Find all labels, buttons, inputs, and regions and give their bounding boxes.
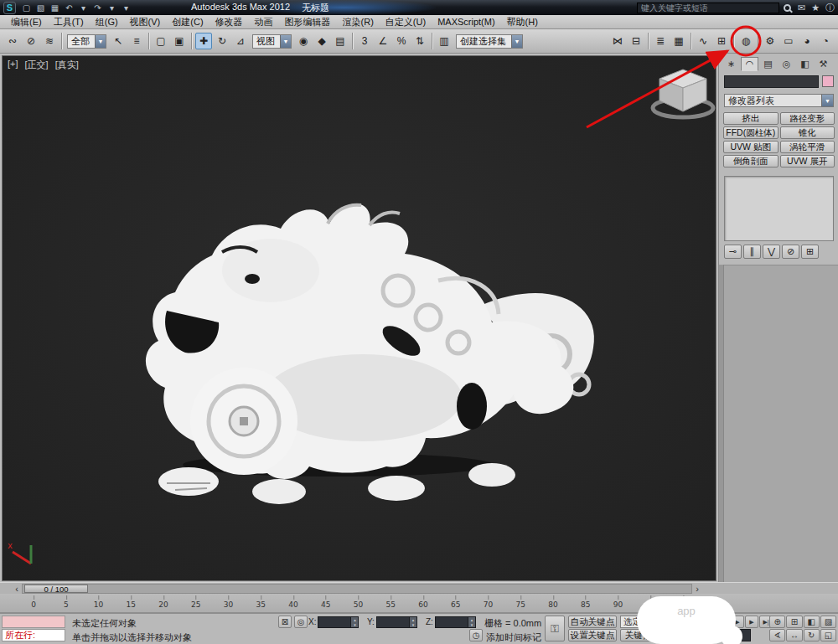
menu-item[interactable]: 组(G) — [90, 15, 124, 29]
panel-scrollbar[interactable] — [719, 265, 724, 582]
y-spinner[interactable]: ▴▾ — [410, 616, 417, 628]
menu-item[interactable]: 自定义(U) — [380, 15, 432, 29]
bind-to-space-warp-icon[interactable]: ≋ — [41, 33, 58, 49]
menu-item[interactable]: 工具(T) — [48, 15, 90, 29]
modifier-button[interactable]: UVW 展开 — [780, 155, 835, 167]
modifier-button[interactable]: 倒角剖面 — [723, 155, 779, 167]
workspace-caret-icon[interactable]: ▾ — [120, 2, 132, 14]
menu-item[interactable]: 创建(C) — [166, 15, 209, 29]
dropdown-arrow-icon[interactable]: ▼ — [511, 35, 522, 48]
maxscript-listener-output[interactable] — [2, 616, 65, 628]
select-and-rotate-icon[interactable]: ↻ — [214, 33, 230, 49]
menu-item[interactable]: 渲染(R) — [337, 15, 380, 29]
redo-icon[interactable]: ↷ — [91, 2, 104, 14]
info-center-icon[interactable]: ⓘ — [825, 2, 835, 14]
viewport[interactable]: x [+][正交][真实] — [2, 55, 716, 581]
open-file-icon[interactable]: ▧ — [34, 2, 47, 14]
undo-icon[interactable]: ↶ — [63, 2, 75, 14]
percent-snap-icon[interactable]: % — [393, 33, 410, 49]
make-unique-button[interactable]: ⋁ — [763, 245, 780, 259]
next-frame-icon[interactable]: ▶ — [745, 616, 758, 628]
display-tab[interactable]: ◧ — [796, 57, 814, 71]
save-file-icon[interactable]: ▦ — [49, 2, 61, 14]
next-frame-arrow[interactable]: › — [692, 584, 702, 594]
angle-snap-icon[interactable]: ∠ — [375, 33, 391, 49]
modifier-button[interactable]: FFD(圆柱体) — [723, 126, 779, 139]
pin-stack-button[interactable]: ⊸ — [724, 245, 742, 259]
render-iterative-icon[interactable]: ◔ — [817, 33, 834, 49]
mirror-icon[interactable]: ⋈ — [609, 33, 626, 49]
time-slider-track[interactable]: 0 / 100 — [22, 584, 692, 594]
modifier-button[interactable]: 涡轮平滑 — [780, 141, 835, 153]
pan-icon[interactable]: ↔ — [786, 629, 802, 641]
field-of-view-icon[interactable]: ∢ — [769, 629, 785, 641]
y-input[interactable] — [376, 616, 410, 628]
spinner-snap-icon[interactable]: ⇅ — [411, 33, 428, 49]
menu-item[interactable]: 视图(V) — [124, 15, 167, 29]
viewport-label[interactable]: [正交] — [25, 59, 49, 71]
edit-named-selection-sets-icon[interactable]: ▥ — [436, 33, 453, 49]
graphite-modeling-icon[interactable]: ▦ — [670, 33, 687, 49]
menu-item[interactable]: 帮助(H) — [501, 15, 544, 29]
undo-caret-icon[interactable]: ▾ — [77, 2, 90, 14]
time-tag-icon[interactable]: ◷ — [469, 629, 483, 641]
align-icon[interactable]: ⊟ — [628, 33, 644, 49]
material-editor-icon[interactable]: ◍ — [737, 33, 754, 49]
menu-item[interactable]: 动画 — [249, 15, 279, 29]
modifier-button[interactable]: 挤出 — [723, 112, 779, 125]
remove-modifier-button[interactable]: ⊘ — [782, 245, 799, 259]
select-and-link-icon[interactable]: ∾ — [4, 33, 21, 49]
x-input[interactable] — [318, 616, 351, 628]
select-and-scale-icon[interactable]: ⊿ — [232, 33, 249, 49]
select-and-manipulate-icon[interactable]: ◆ — [313, 33, 330, 49]
x-spinner[interactable]: ▴▾ — [351, 616, 359, 628]
absolute-offset-mode-icon[interactable]: ◎ — [294, 616, 308, 628]
communication-center-icon[interactable]: ✉ — [798, 3, 805, 13]
select-by-name-icon[interactable]: ≡ — [128, 33, 145, 49]
layer-manager-icon[interactable]: ≣ — [652, 33, 669, 49]
menu-item[interactable]: 修改器 — [210, 15, 249, 29]
redo-caret-icon[interactable]: ▾ — [106, 2, 118, 14]
rendered-frame-window-icon[interactable]: ▭ — [780, 33, 797, 49]
modifier-button[interactable]: 路径变形 — [780, 112, 835, 125]
zoom-region-icon[interactable]: ▨ — [820, 616, 836, 628]
set-key-button[interactable]: 设置关键点 — [568, 629, 617, 641]
add-time-tag[interactable]: 添加时间标记 — [486, 631, 541, 644]
selection-filter-dropdown[interactable]: 全部▼ — [67, 34, 106, 49]
maxscript-listener-input[interactable]: 所在行: — [2, 629, 65, 641]
object-color-swatch[interactable] — [822, 75, 834, 87]
motion-tab[interactable]: ◎ — [778, 57, 795, 71]
keyboard-shortcut-override-icon[interactable]: ▤ — [332, 33, 349, 49]
z-spinner[interactable]: ▴▾ — [468, 616, 476, 628]
viewport-label[interactable]: [真实] — [55, 59, 79, 71]
time-slider-handle[interactable]: 0 / 100 — [24, 585, 88, 593]
schematic-view-icon[interactable]: ⊞ — [713, 33, 730, 49]
zoom-icon[interactable]: ⊕ — [769, 616, 785, 628]
reference-coordinate-system-dropdown[interactable]: 视图▼ — [252, 34, 292, 49]
select-and-move-icon[interactable]: ✚ — [195, 33, 212, 49]
select-object-icon[interactable]: ↖ — [110, 33, 127, 49]
z-input[interactable] — [435, 616, 468, 628]
search-input[interactable] — [637, 3, 779, 13]
orbit-icon[interactable]: ↻ — [804, 629, 820, 641]
dropdown-arrow-icon[interactable]: ▼ — [821, 95, 833, 106]
maximize-viewport-icon[interactable]: ◱ — [820, 629, 836, 641]
create-tab[interactable]: ∗ — [722, 57, 740, 71]
viewport-canvas[interactable]: x — [3, 56, 716, 580]
menu-item[interactable]: 编辑(E) — [5, 15, 48, 29]
viewport-label[interactable]: [+] — [8, 59, 18, 71]
previous-frame-arrow[interactable]: ‹ — [12, 584, 22, 594]
favorites-icon[interactable]: ★ — [811, 3, 820, 13]
search-icon[interactable] — [784, 4, 791, 12]
modifier-list-dropdown[interactable]: 修改器列表 ▼ — [724, 94, 834, 107]
modifier-button[interactable]: 锥化 — [780, 126, 835, 139]
dropdown-arrow-icon[interactable]: ▼ — [280, 35, 291, 48]
snaps-toggle-3d-icon[interactable]: 3 — [356, 33, 373, 49]
app-logo-icon[interactable]: S — [3, 2, 16, 14]
menu-item[interactable]: 图形编辑器 — [279, 15, 337, 29]
unlink-selection-icon[interactable]: ⊘ — [23, 33, 39, 49]
render-setup-icon[interactable]: ⚙ — [762, 33, 779, 49]
render-production-icon[interactable]: ◕ — [799, 33, 815, 49]
rectangular-selection-region-icon[interactable]: ▢ — [153, 33, 169, 49]
menu-item[interactable]: MAXScript(M) — [432, 16, 500, 28]
